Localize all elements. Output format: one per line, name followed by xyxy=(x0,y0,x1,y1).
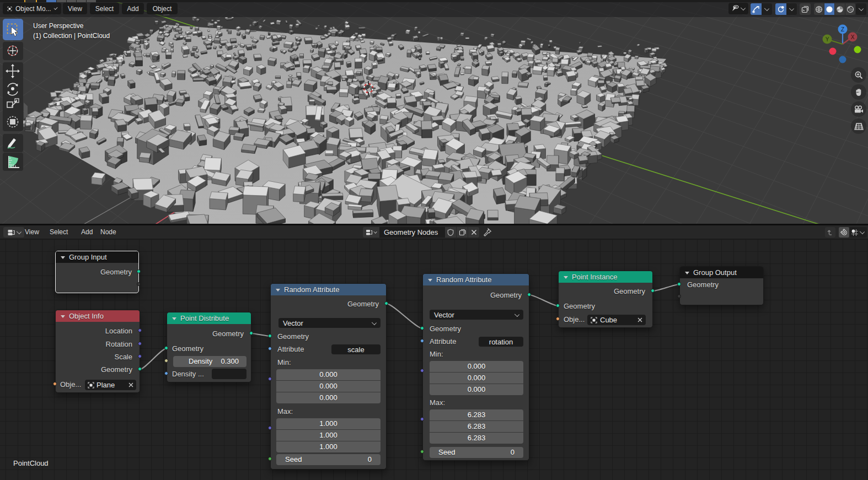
svg-text:Y: Y xyxy=(826,36,829,42)
svg-text:Z: Z xyxy=(841,26,844,33)
svg-text:X: X xyxy=(851,34,855,40)
